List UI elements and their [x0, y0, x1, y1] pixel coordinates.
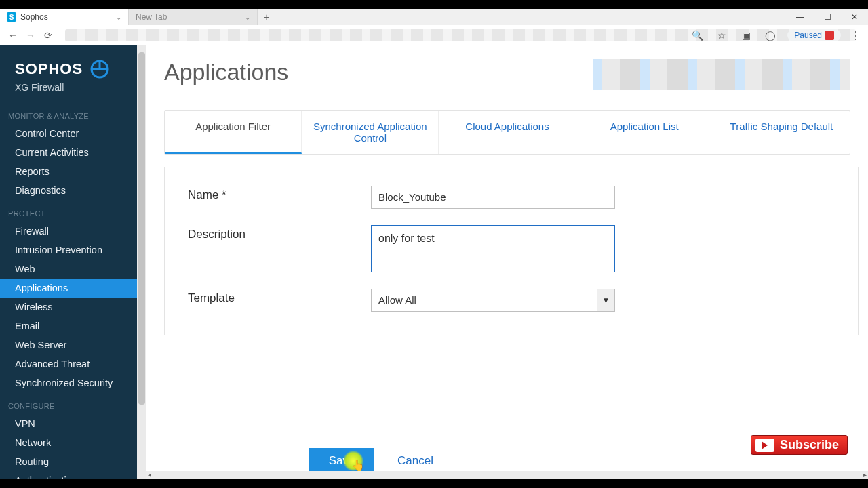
- extension-icon[interactable]: ▣: [738, 28, 753, 43]
- scroll-right-icon[interactable]: ▸: [863, 471, 867, 479]
- browser-toolbar: ← → ⟳ 🔍 ☆ ▣ ◯ Paused ⋮: [0, 25, 868, 45]
- template-value: Allow All: [378, 294, 416, 306]
- sidebar-item-firewall[interactable]: Firewall: [0, 222, 146, 241]
- tab-application-list[interactable]: Application List: [576, 111, 713, 154]
- save-button[interactable]: Save 👆: [309, 448, 374, 474]
- click-highlight: [343, 451, 363, 471]
- sidebar-item-control-center[interactable]: Control Center: [0, 124, 146, 143]
- sidebar-item-vpn[interactable]: VPN: [0, 414, 146, 433]
- browser-menu-button[interactable]: ⋮: [848, 29, 864, 42]
- description-label: Description: [188, 225, 371, 241]
- section-monitor: MONITOR & ANALYZE: [0, 102, 146, 124]
- browser-tab-inactive[interactable]: New Tab ⌄: [129, 9, 258, 25]
- chevron-down-icon[interactable]: ⌄: [116, 14, 121, 21]
- horizontal-scrollbar[interactable]: ◂ ▸: [146, 471, 868, 479]
- profile-paused-badge[interactable]: Paused: [787, 29, 841, 41]
- scroll-left-icon[interactable]: ◂: [148, 471, 151, 479]
- subscribe-label: Subscribe: [780, 438, 839, 452]
- chevron-down-icon: ▼: [597, 289, 614, 311]
- sidebar-item-routing[interactable]: Routing: [0, 452, 146, 471]
- brand-name: SOPHOS: [15, 60, 83, 78]
- sophos-favicon: S: [7, 12, 16, 22]
- page-title: Applications: [164, 59, 288, 85]
- sidebar-item-intrusion[interactable]: Intrusion Prevention: [0, 241, 146, 260]
- profile-avatar-icon: [825, 30, 834, 40]
- cancel-button[interactable]: Cancel: [397, 454, 433, 468]
- chevron-down-icon[interactable]: ⌄: [245, 14, 250, 21]
- sidebar-scrollbar[interactable]: [137, 45, 146, 479]
- close-button[interactable]: ✕: [841, 9, 868, 25]
- sidebar-item-web-server[interactable]: Web Server: [0, 336, 146, 354]
- sidebar-item-wireless[interactable]: Wireless: [0, 298, 146, 317]
- section-protect: PROTECT: [0, 200, 146, 222]
- sidebar-item-sync-security[interactable]: Synchronized Security: [0, 373, 146, 392]
- description-textarea[interactable]: only for test: [371, 225, 615, 272]
- name-label: Name *: [188, 186, 371, 202]
- youtube-play-icon: [755, 439, 774, 452]
- bookmark-icon[interactable]: ☆: [714, 28, 729, 43]
- paused-label: Paused: [794, 30, 822, 40]
- sidebar-item-email[interactable]: Email: [0, 317, 146, 336]
- subscribe-overlay[interactable]: Subscribe: [751, 435, 848, 455]
- brand-product: XG Firewall: [0, 82, 146, 102]
- sidebar-item-advanced-threat[interactable]: Advanced Threat: [0, 354, 146, 373]
- sidebar-item-web[interactable]: Web: [0, 260, 146, 279]
- section-configure: CONFIGURE: [0, 392, 146, 414]
- template-label: Template: [188, 289, 371, 305]
- window-controls: — ☐ ✕: [787, 9, 868, 25]
- extension2-icon[interactable]: ◯: [763, 28, 778, 43]
- titlebar: S Sophos ⌄ New Tab ⌄ + — ☐ ✕: [0, 9, 868, 25]
- form-card: Name * Description only for test Templat…: [164, 167, 859, 336]
- minimize-button[interactable]: —: [787, 9, 814, 25]
- back-button[interactable]: ←: [5, 28, 20, 43]
- template-select[interactable]: Allow All ▼: [371, 289, 615, 312]
- sidebar: SOPHOS XG Firewall MONITOR & ANALYZE Con…: [0, 45, 146, 479]
- sidebar-item-authentication[interactable]: Authentication: [0, 471, 146, 479]
- tab-sync-app-control[interactable]: Synchronized Application Control: [302, 111, 439, 154]
- tab-application-filter[interactable]: Application Filter: [165, 111, 302, 154]
- browser-tab-active[interactable]: S Sophos ⌄: [0, 9, 129, 25]
- sidebar-item-reports[interactable]: Reports: [0, 162, 146, 181]
- reload-button[interactable]: ⟳: [41, 28, 56, 43]
- sidebar-item-diagnostics[interactable]: Diagnostics: [0, 181, 146, 200]
- maximize-button[interactable]: ☐: [814, 9, 841, 25]
- browser-tab2-label: New Tab: [136, 12, 167, 22]
- sophos-logo-icon: [90, 59, 110, 79]
- browser-tab-label: Sophos: [20, 12, 48, 22]
- forward-button[interactable]: →: [23, 28, 38, 43]
- main-content: Applications Application Filter Synchron…: [146, 45, 868, 479]
- header-status-blurred: [593, 59, 850, 90]
- tabs: Application Filter Synchronized Applicat…: [164, 110, 850, 155]
- tab-cloud-applications[interactable]: Cloud Applications: [439, 111, 576, 154]
- zoom-icon[interactable]: 🔍: [690, 28, 705, 43]
- sidebar-item-current-activities[interactable]: Current Activities: [0, 143, 146, 162]
- scrollbar-thumb[interactable]: [138, 52, 145, 405]
- sidebar-item-network[interactable]: Network: [0, 433, 146, 452]
- sidebar-item-applications[interactable]: Applications: [0, 279, 146, 298]
- tab-traffic-shaping[interactable]: Traffic Shaping Default: [713, 111, 850, 154]
- new-tab-button[interactable]: +: [258, 12, 275, 22]
- name-input[interactable]: [371, 186, 615, 209]
